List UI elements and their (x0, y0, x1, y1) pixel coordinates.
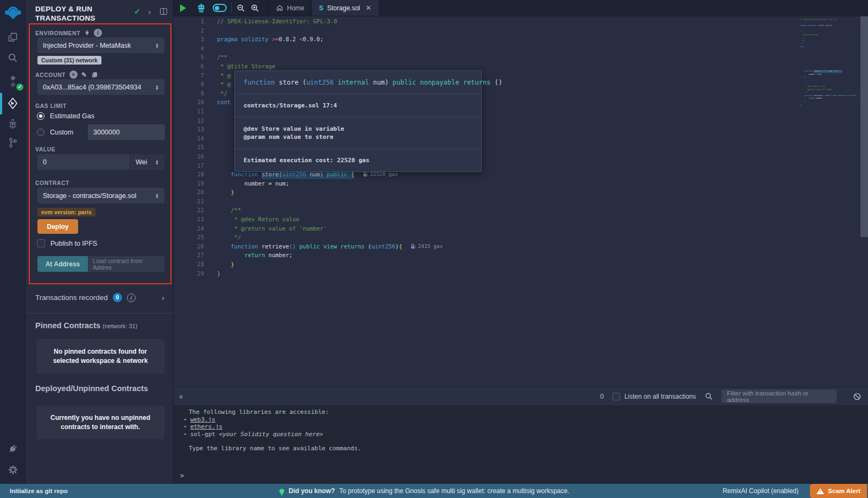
transactions-recorded-row[interactable]: Transactions recorded 0 i › (35, 293, 164, 302)
plugin-manager-icon[interactable] (0, 438, 25, 459)
code-line (217, 44, 443, 53)
transaction-filter-input[interactable]: Filter with transaction hash or address (722, 390, 837, 403)
lightbulb-icon (279, 489, 284, 494)
tab-home[interactable]: Home (269, 0, 312, 16)
line-number: 5 (174, 53, 217, 62)
custom-gas-radio[interactable]: Custom (37, 129, 73, 136)
line-number: 11 (174, 107, 217, 116)
code-line: * @dev Return value (217, 215, 443, 224)
git-icon[interactable] (0, 132, 25, 153)
editor-scrollbar-thumb[interactable] (860, 16, 868, 237)
line-number: 10 (174, 98, 217, 107)
estimated-gas-radio[interactable]: Estimated Gas (37, 112, 94, 120)
code-line: number = num; (217, 179, 443, 188)
environment-info-icon[interactable]: i (94, 29, 102, 37)
git-init-button[interactable]: Initialize as git repo (10, 488, 68, 494)
line-number: 6 (174, 62, 217, 71)
value-input[interactable]: 0 (37, 154, 130, 170)
deploy-run-panel: DEPLOY & RUNTRANSACTIONS ✓ › ENVIRONMENT… (25, 0, 174, 484)
scam-alert-button[interactable]: Scam Alert (810, 484, 867, 498)
code-token: { (399, 242, 402, 251)
run-script-button[interactable] (174, 0, 192, 16)
code-token: * @ (217, 71, 231, 80)
code-editor[interactable]: 1234567891011121314151617181920212223242… (174, 16, 868, 387)
line-number: 17 (174, 161, 217, 170)
code-token: return (245, 251, 269, 260)
line-number: 20 (174, 188, 217, 197)
zoom-out-icon[interactable] (234, 0, 248, 16)
code-token: number; (816, 97, 823, 100)
settings-gear-icon[interactable] (0, 459, 25, 480)
terminal-output[interactable]: The following libraries are accessible:•… (174, 405, 868, 484)
terminal-prompt[interactable]: > (180, 472, 184, 480)
code-token: pragma solidity (217, 35, 272, 44)
code-token: * @dev Return value (217, 215, 299, 224)
clear-console-icon[interactable] (853, 392, 861, 401)
terminal-collapse-icon[interactable]: » (177, 395, 186, 398)
code-line: */ (217, 233, 443, 242)
code-token: } (800, 76, 806, 79)
add-account-icon[interactable]: + (69, 71, 78, 79)
evm-version-badge: evm version: paris (37, 208, 95, 216)
terminal-library-link[interactable]: web3.js (190, 416, 215, 424)
line-number: 25 (174, 233, 217, 242)
value-row: 0 Wei ▲▼ (37, 154, 164, 170)
search-icon[interactable] (0, 47, 25, 68)
solidity-compiler-icon[interactable]: ✓ (0, 71, 25, 92)
listen-all-transactions-checkbox[interactable]: Listen on all transactions (612, 393, 696, 400)
sign-message-icon[interactable]: ✎ (81, 71, 87, 79)
code-token: ( (302, 79, 306, 86)
environment-label: ENVIRONMENT i (35, 29, 102, 37)
debugger-icon[interactable] (0, 113, 25, 134)
terminal-search-icon[interactable] (705, 392, 713, 400)
line-number: 15 (174, 143, 217, 152)
terminal-line: The following libraries are accessible: (189, 408, 361, 416)
ai-copilot-icon[interactable] (192, 0, 210, 16)
select-arrows-icon: ▲▼ (155, 193, 159, 199)
pinned-empty-message: No pinned contracts found for selected w… (36, 339, 164, 374)
terminal-text: sol-gpt <your Solidity question here> (190, 431, 323, 438)
value-unit-select[interactable]: Wei ▲▼ (130, 154, 164, 170)
copilot-toggle[interactable] (210, 0, 229, 16)
file-explorer-icon[interactable] (0, 27, 25, 47)
code-token: >= (272, 35, 279, 44)
line-number: 24 (174, 224, 217, 233)
copilot-status[interactable]: RemixAI Copilot (enabled) (723, 487, 799, 495)
environment-select[interactable]: Injected Provider - MetaMask ▲▼ (37, 37, 164, 53)
panel-pin-icon[interactable] (160, 8, 167, 15)
account-select[interactable]: 0xA03...85ac4 (0.398673504934 ▲▼ (37, 79, 164, 95)
code-line: pragma solidity >=0.8.2 <0.9.0; (217, 35, 443, 44)
network-badge: Custom (31) network (37, 56, 101, 65)
code-token: { (841, 70, 842, 73)
code-token: cont (217, 98, 231, 107)
at-address-button[interactable]: At Address (37, 256, 88, 272)
code-line: } (217, 269, 443, 278)
remix-logo-icon[interactable] (0, 3, 25, 23)
code-line: * @title Storage (217, 62, 443, 71)
line-number: 19 (174, 179, 217, 188)
custom-gas-input[interactable]: 3000000 (88, 124, 165, 140)
code-line (217, 197, 443, 206)
panel-collapse-chevron-icon[interactable]: › (148, 7, 151, 16)
tab-storage-sol[interactable]: S Storage.sol ✕ (312, 0, 379, 16)
tx-info-icon[interactable]: i (127, 293, 136, 302)
publish-ipfs-checkbox[interactable]: Publish to IPFS (37, 239, 97, 247)
deploy-button[interactable]: Deploy (37, 219, 78, 234)
copy-account-icon[interactable] (91, 72, 98, 78)
line-number: 12 (174, 116, 217, 125)
deploy-run-icon[interactable] (0, 93, 25, 113)
line-number: 7 (174, 71, 217, 80)
terminal-library-link[interactable]: ethers.js (190, 423, 223, 431)
contract-select[interactable]: Storage - contracts/Storage.sol ▲▼ (37, 188, 164, 203)
at-address-input[interactable]: Load contract from Addres (88, 256, 164, 272)
code-line (217, 26, 443, 35)
zoom-in-icon[interactable] (248, 0, 262, 16)
tooltip-doc: @dev Store value in variable@param num v… (235, 117, 481, 149)
code-token: number = num; (217, 179, 289, 188)
code-token: * @ (217, 80, 231, 89)
close-tab-icon[interactable]: ✕ (366, 4, 372, 12)
tx-expand-chevron-icon[interactable]: › (162, 293, 164, 302)
minimap[interactable]: // SPDX-License-Identifier: GPL-3.0pragm… (800, 18, 841, 106)
code-line: } (800, 104, 841, 107)
code-token: // SPDX-License-Identifier: GPL-3.0 (800, 18, 837, 22)
